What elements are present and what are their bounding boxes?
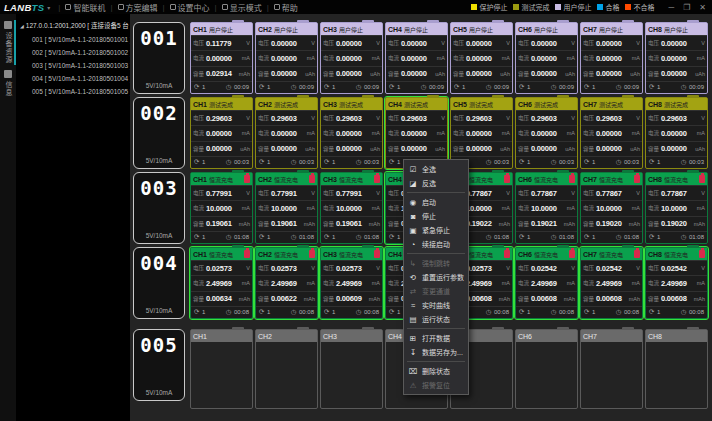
channel-card[interactable]: CH2恒流充电电压0.77991V电流10.0000mA容量0.19061mAh… [255, 172, 318, 244]
current-row: 电流2.49969mA [321, 275, 382, 290]
channel-card[interactable]: CH4用户停止电压0.00000V电流0.00000mA容量0.00000uAh… [385, 22, 448, 94]
voltage-row: 电压0.02542V [581, 260, 642, 275]
close-button[interactable]: ✕ [699, 3, 706, 12]
current-value: 2.49969 [531, 279, 567, 288]
device-card[interactable]: 0055V/10mA [133, 329, 185, 401]
channel-card[interactable]: CH1恒流充电电压0.02573V电流2.49969mA容量0.00634mAh… [190, 247, 253, 319]
device-card[interactable]: 0015V/10mA [133, 22, 185, 94]
sidebar-tab-info[interactable]: 信息 [0, 67, 16, 100]
clock-icon: ◷ [681, 158, 687, 165]
tree-expand-icon[interactable]: ◢ [20, 23, 24, 29]
channel-card[interactable]: CH7恒流充电电压0.77867V电流10.0000mA容量0.19020mAh… [580, 172, 643, 244]
menu-item-settings-center[interactable]: 设置中心 [168, 2, 212, 13]
voltage-unit: V [311, 265, 315, 271]
channel-card[interactable]: CH1 [190, 329, 253, 409]
capacity-label: 容量 [648, 145, 659, 153]
channel-card[interactable]: CH2用户停止电压0.00000V电流0.00000mA容量0.00000uAh… [255, 22, 318, 94]
device-card[interactable]: 0035V/10mA [133, 172, 185, 244]
voltage-row: 电压0.02542V [646, 260, 707, 275]
channel-card[interactable]: CH1测试完成电压0.29603V电流0.00000mA容量0.00000uAh… [190, 97, 253, 169]
elapsed-time: ◷ 01:08 [226, 233, 249, 241]
minimize-button[interactable]: ─ [668, 3, 674, 12]
channel-card[interactable]: CH7 [580, 329, 643, 409]
context-menu-item-resume-start[interactable]: ◔续接启动 [404, 237, 468, 251]
channel-card[interactable]: CH7用户停止电压0.00000V电流0.00000mA容量0.00000uAh… [580, 22, 643, 94]
channel-card[interactable]: CH8 [645, 329, 708, 409]
tree-device-item[interactable]: 001 [ 5V/10mA-1.1-20180501001 ] [20, 33, 130, 46]
context-menu-item-save-data-as[interactable]: ↧数据另存为... [404, 345, 468, 359]
channel-card[interactable]: CH5用户停止电压0.00000V电流0.00000mA容量0.00000uAh… [450, 22, 513, 94]
tree-device-item[interactable]: 003 [ 5V/10mA-1.1-20180501003 ] [20, 59, 130, 72]
device-card[interactable]: 0025V/10mA [133, 97, 185, 169]
channel-card[interactable]: CH3 [320, 329, 383, 409]
context-menu-item-delete-status[interactable]: ⌧删除状态 [404, 364, 468, 378]
channel-status: 恒流充电 [664, 250, 699, 259]
current-unit: mA [307, 130, 315, 136]
voltage-unit: V [246, 265, 250, 271]
capacity-value: 0.00000 [271, 144, 305, 153]
channel-card[interactable]: CH3用户停止电压0.00000V电流0.00000mA容量0.00000uAh… [320, 22, 383, 94]
channel-card[interactable]: CH6恒流充电电压0.77867V电流10.0000mA容量0.19021mAh… [515, 172, 578, 244]
menu-item-smart-link[interactable]: 智能联机 [63, 2, 107, 13]
context-menu-item-stop[interactable]: ◙停止 [404, 209, 468, 223]
tree-root-node[interactable]: ◢127.0.0.1:2001,2000 [ 连接设备5 台 ] [20, 20, 130, 30]
channel-card[interactable]: CH2恒流充电电压0.02573V电流2.49969mA容量0.00622mAh… [255, 247, 318, 319]
channel-card[interactable]: CH1用户停止电压0.11779V电流0.00000mA容量0.02914mAh… [190, 22, 253, 94]
channel-card[interactable]: CH6测试完成电压0.29603V电流0.00000mA容量0.00000uAh… [515, 97, 578, 169]
chevron-down-icon[interactable]: ▾ [47, 4, 50, 11]
voltage-row: 电压0.77991V [191, 185, 252, 200]
channel-card[interactable]: CH1恒流充电电压0.77991V电流10.0000mA容量0.19061mAh… [190, 172, 253, 244]
channel-card[interactable]: CH3测试完成电压0.29603V电流0.00000mA容量0.00000uAh… [320, 97, 383, 169]
menu-item-plan-edit[interactable]: 方案编辑 [116, 2, 160, 13]
context-menu-item-realtime-curve[interactable]: ≈实时曲线 [404, 298, 468, 312]
tree-device-item[interactable]: 005 [ 5V/10mA-1.1-20180501005 ] [20, 85, 130, 98]
context-menu-item-run-status[interactable]: ▤运行状态 [404, 312, 468, 326]
clock-icon: ◷ [291, 158, 297, 165]
channel-card[interactable]: CH6恒流充电电压0.02542V电流2.49969mA容量0.00608mAh… [515, 247, 578, 319]
voltage-label: 电压 [323, 189, 334, 197]
tree-device-item[interactable]: 004 [ 5V/10mA-1.1-20180501004 ] [20, 72, 130, 85]
channel-card[interactable]: CH8恒流充电电压0.02542V电流2.49969mA容量0.00608mAh… [645, 247, 708, 319]
channel-card[interactable]: CH8测试完成电压0.29603V电流0.00000mA容量0.00000uAh… [645, 97, 708, 169]
channel-header: CH8 [646, 330, 707, 342]
context-menu-item-select-all[interactable]: ☑全选 [404, 162, 468, 176]
loop-count: ⟳ 1 [519, 158, 530, 166]
capacity-row: 容量0.00000uAh [321, 141, 382, 156]
voltage-unit: V [636, 190, 640, 196]
channel-card[interactable]: CH3恒流充电电压0.02573V电流2.49969mA容量0.00609mAh… [320, 247, 383, 319]
sidebar-tab-device-resource[interactable]: 设备资源 [0, 18, 16, 67]
channel-header: CH7恒流充电 [581, 173, 642, 185]
logo-secondary: TS [32, 2, 45, 13]
loop-count: ⟳ 1 [324, 308, 335, 316]
app-logo: LANBTS [4, 2, 44, 13]
channel-footer: ⟳ 1◷ 01:08 [321, 231, 382, 243]
device-card[interactable]: 0045V/10mA [133, 247, 185, 319]
clock-icon: ◷ [291, 308, 297, 315]
channel-card[interactable]: CH3恒流充电电压0.77991V电流10.0000mA容量0.19061mAh… [320, 172, 383, 244]
context-menu-item-emergency-stop[interactable]: ▣紧急停止 [404, 223, 468, 237]
capacity-unit: mAh [239, 71, 250, 77]
menu-item-help[interactable]: 帮助 [272, 2, 300, 13]
context-menu-item-reset-run-params[interactable]: ⟲重置运行参数 [404, 270, 468, 284]
current-label: 电流 [453, 129, 464, 137]
menu-item-display-mode[interactable]: 显示模式 [220, 2, 264, 13]
context-menu-item-start[interactable]: ◉启动 [404, 195, 468, 209]
tree-device-item[interactable]: 002 [ 5V/10mA-1.1-20180501002 ] [20, 46, 130, 59]
maximize-button[interactable]: ❐ [683, 3, 690, 12]
channel-card[interactable]: CH7恒流充电电压0.02542V电流2.49969mA容量0.00608mAh… [580, 247, 643, 319]
channel-card[interactable]: CH2 [255, 329, 318, 409]
current-unit: mA [632, 205, 640, 211]
channel-card[interactable]: CH8恒流充电电压0.77867V电流10.0000mA容量0.19020mAh… [645, 172, 708, 244]
channel-card[interactable]: CH7测试完成电压0.29603V电流0.00000mA容量0.00000uAh… [580, 97, 643, 169]
context-menu-item-force-jump: ↳强制跳转 [404, 256, 468, 270]
channel-card[interactable]: CH2测试完成电压0.29603V电流0.00000mA容量0.00000uAh… [255, 97, 318, 169]
context-menu-item-invert-selection[interactable]: ◪反选 [404, 176, 468, 190]
capacity-row: 容量0.00000uAh [256, 141, 317, 156]
channel-card[interactable]: CH6用户停止电压0.00000V电流0.00000mA容量0.00000uAh… [515, 22, 578, 94]
channel-card[interactable]: CH8用户停止电压0.00000V电流0.00000mA容量0.00000uAh… [645, 22, 708, 94]
voltage-unit: V [246, 190, 250, 196]
menu-item-label: 帮助 [282, 2, 298, 13]
clock-icon: ◷ [551, 83, 557, 90]
channel-card[interactable]: CH6 [515, 329, 578, 409]
context-menu-item-open-data[interactable]: ⊞打开数据 [404, 331, 468, 345]
